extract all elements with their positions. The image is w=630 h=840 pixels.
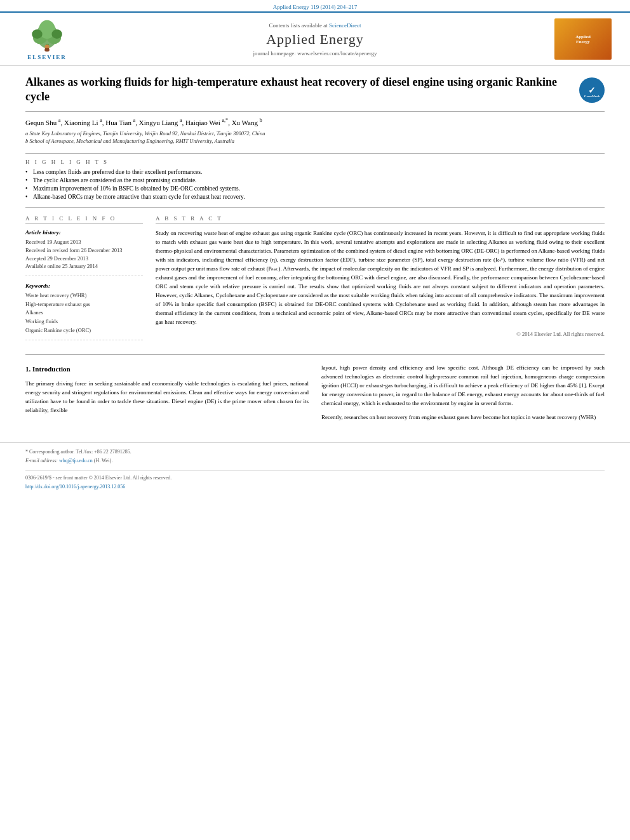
article-info-title: A R T I C L E I N F O [25,215,143,224]
abstract-column: A B S T R A C T Study on recovering wast… [156,215,605,347]
svg-point-6 [51,29,62,39]
elsevier-text: ELSEVIER [27,54,67,60]
applied-energy-logo-icon: AppliedEnergy [554,18,612,60]
affiliation-b: b School of Aerospace, Mechanical and Ma… [25,138,605,145]
keyword-5: Organic Rankine cycle (ORC) [25,326,143,335]
doi-line: http://dx.doi.org/10.1016/j.apenergy.201… [25,483,605,491]
highlights-title: H I G H L I G H T S [25,159,605,165]
doi-link[interactable]: http://dx.doi.org/10.1016/j.apenergy.201… [25,484,125,490]
svg-point-5 [32,29,43,39]
available-date: Available online 25 January 2014 [25,262,143,270]
elsevier-tree-icon [27,18,68,53]
body-left-column: 1. Introduction The primary driving forc… [25,364,309,427]
page: Applied Energy 119 (2014) 204–217 [0,0,630,840]
introduction-title: 1. Introduction [25,364,309,375]
corr-note: * Corresponding author. Tel./fax: +86 22… [25,448,605,456]
journal-citation: Applied Energy 119 (2014) 204–217 [273,4,357,10]
journal-logo-container: AppliedEnergy [545,18,621,60]
article-footer: * Corresponding author. Tel./fax: +86 22… [0,443,630,497]
keyword-2: High-temperature exhaust gas [25,300,143,309]
body-section: 1. Introduction The primary driving forc… [25,364,605,427]
article-title: Alkanes as working fluids for high-tempe… [25,75,579,105]
highlight-item-1: Less complex fluids are preferred due to… [25,169,605,175]
history-label: Article history: [25,229,143,236]
highlight-item-4: Alkane-based ORCs may be more attractive… [25,194,605,200]
crossmark-icon: ✓ CrossMark [580,79,603,102]
keywords-block: Keywords: Waste heat recovery (WHR) High… [25,283,143,340]
authors-text: Gequn Shu a, Xiaoning Li a, Hua Tian a, … [25,119,262,126]
contents-text: Contents lists available at [269,22,328,29]
journal-header: ELSEVIER Contents lists available at Sci… [0,11,630,66]
issn-line: 0306-2619/$ - see front matter © 2014 El… [25,474,605,482]
article-info-column: A R T I C L E I N F O Article history: R… [25,215,143,347]
footer-legal: 0306-2619/$ - see front matter © 2014 El… [25,470,605,491]
journal-citation-bar: Applied Energy 119 (2014) 204–217 [0,0,630,11]
affiliations: a State Key Laboratory of Engines, Tianj… [25,130,605,145]
info-abstract-section: A R T I C L E I N F O Article history: R… [25,215,605,355]
svg-rect-8 [44,48,49,52]
svg-text:✓: ✓ [588,86,596,95]
affiliation-a: a State Key Laboratory of Engines, Tianj… [25,130,605,138]
journal-homepage: journal homepage: www.elsevier.com/locat… [85,50,545,57]
journal-header-center: Contents lists available at ScienceDirec… [85,22,545,57]
email-who: (H. Wei). [94,458,113,463]
keyword-3: Alkanes [25,309,143,317]
email-note: E-mail address: whq@tju.edu.cn (H. Wei). [25,457,605,465]
article-content: Alkanes as working fluids for high-tempe… [0,66,630,436]
abstract-copyright: © 2014 Elsevier Ltd. All rights reserved… [156,331,605,337]
intro-right-p1: layout, high power density and efficienc… [321,364,605,408]
article-title-section: Alkanes as working fluids for high-tempe… [25,75,605,112]
corr-note-text: * Corresponding author. Tel./fax: +86 22… [25,449,131,455]
intro-right-p2: Recently, researches on heat recovery fr… [321,413,605,422]
received-date: Received 19 August 2013 [25,238,143,246]
crossmark-badge: ✓ CrossMark [579,77,605,103]
highlights-section: H I G H L I G H T S Less complex fluids … [25,153,605,208]
authors-line: Gequn Shu a, Xiaoning Li a, Hua Tian a, … [25,118,605,127]
email-label: E-mail address: [25,458,58,463]
journal-title: Applied Energy [85,31,545,48]
elsevier-logo-container: ELSEVIER [9,18,85,60]
sciencedirect-link[interactable]: ScienceDirect [329,22,361,29]
highlight-item-3: Maximum improvement of 10% in BSFC is ob… [25,185,605,192]
keywords-label: Keywords: [25,283,143,289]
accepted-date: Accepted 29 December 2013 [25,255,143,263]
revised-date: Received in revised form 26 December 201… [25,246,143,255]
body-right-column: layout, high power density and efficienc… [321,364,605,427]
abstract-title: A B S T R A C T [156,215,605,224]
svg-text:CrossMark: CrossMark [584,95,600,98]
keyword-1: Waste heat recovery (WHR) [25,291,143,300]
elsevier-logo: ELSEVIER [27,18,68,60]
abstract-text: Study on recovering waste heat of engine… [156,229,605,326]
contents-line: Contents lists available at ScienceDirec… [85,22,545,29]
keyword-4: Working fluids [25,317,143,326]
highlight-item-2: The cyclic Alkanes are considered as the… [25,177,605,183]
intro-left-p1: The primary driving force in seeking sus… [25,380,309,415]
article-history-block: Article history: Received 19 August 2013… [25,229,143,276]
email-link[interactable]: whq@tju.edu.cn [59,458,93,463]
